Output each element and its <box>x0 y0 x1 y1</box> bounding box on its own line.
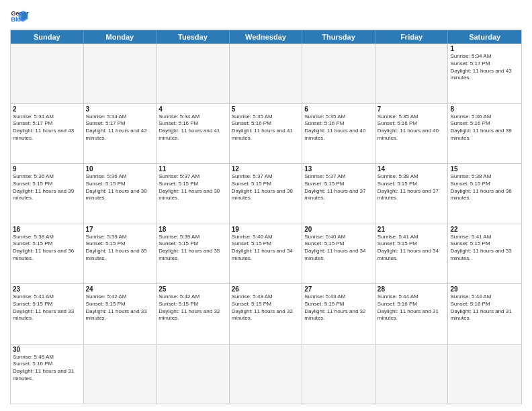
calendar-cell-r0c5 <box>375 44 449 103</box>
date-number: 15 <box>450 165 519 173</box>
calendar-cell-r1c5: 7Sunrise: 5:35 AM Sunset: 5:16 PM Daylig… <box>375 104 449 164</box>
date-number: 23 <box>13 285 81 293</box>
day-name-thursday: Thursday <box>302 30 375 44</box>
date-number: 10 <box>86 165 154 173</box>
cell-info: Sunrise: 5:37 AM Sunset: 5:15 PM Dayligh… <box>304 173 373 202</box>
date-number: 18 <box>159 226 227 233</box>
date-number: 6 <box>304 105 373 113</box>
calendar-cell-r4c1: 24Sunrise: 5:42 AM Sunset: 5:15 PM Dayli… <box>84 284 157 344</box>
day-name-sunday: Sunday <box>11 30 84 44</box>
calendar-cell-r5c5 <box>375 345 449 404</box>
cell-info: Sunrise: 5:40 AM Sunset: 5:15 PM Dayligh… <box>232 234 300 263</box>
cell-info: Sunrise: 5:35 AM Sunset: 5:16 PM Dayligh… <box>232 113 300 142</box>
cell-info: Sunrise: 5:41 AM Sunset: 5:15 PM Dayligh… <box>378 234 446 263</box>
calendar-header: SundayMondayTuesdayWednesdayThursdayFrid… <box>11 30 521 44</box>
day-name-monday: Monday <box>84 30 157 44</box>
calendar-row-2: 9Sunrise: 5:36 AM Sunset: 5:15 PM Daylig… <box>11 164 521 224</box>
cell-info: Sunrise: 5:45 AM Sunset: 5:16 PM Dayligh… <box>13 354 81 383</box>
calendar-cell-r0c1 <box>84 44 157 103</box>
cell-info: Sunrise: 5:44 AM Sunset: 5:16 PM Dayligh… <box>378 293 446 322</box>
date-number: 11 <box>159 165 227 173</box>
calendar-cell-r3c5: 21Sunrise: 5:41 AM Sunset: 5:15 PM Dayli… <box>375 224 449 284</box>
date-number: 30 <box>13 346 81 353</box>
calendar-cell-r0c2 <box>157 44 230 103</box>
calendar-cell-r2c6: 15Sunrise: 5:38 AM Sunset: 5:15 PM Dayli… <box>448 164 521 224</box>
cell-info: Sunrise: 5:34 AM Sunset: 5:17 PM Dayligh… <box>86 113 154 142</box>
calendar-cell-r4c5: 28Sunrise: 5:44 AM Sunset: 5:16 PM Dayli… <box>375 284 449 344</box>
date-number: 1 <box>450 45 519 52</box>
calendar-cell-r0c3 <box>230 44 303 103</box>
cell-info: Sunrise: 5:41 AM Sunset: 5:15 PM Dayligh… <box>450 234 519 263</box>
day-name-tuesday: Tuesday <box>157 30 230 44</box>
date-number: 24 <box>86 285 154 293</box>
calendar-cell-r0c0 <box>11 44 84 103</box>
calendar-cell-r3c1: 17Sunrise: 5:39 AM Sunset: 5:15 PM Dayli… <box>84 224 157 284</box>
date-number: 17 <box>86 226 154 233</box>
cell-info: Sunrise: 5:36 AM Sunset: 5:15 PM Dayligh… <box>86 173 154 202</box>
cell-info: Sunrise: 5:43 AM Sunset: 5:15 PM Dayligh… <box>304 293 373 322</box>
header: General Blue <box>10 7 522 26</box>
logo: General Blue <box>10 7 32 26</box>
calendar-cell-r2c2: 11Sunrise: 5:37 AM Sunset: 5:15 PM Dayli… <box>157 164 230 224</box>
date-number: 14 <box>378 165 446 173</box>
page: General Blue SundayMondayTuesdayWednesda… <box>0 0 532 411</box>
calendar-cell-r3c3: 19Sunrise: 5:40 AM Sunset: 5:15 PM Dayli… <box>230 224 303 284</box>
calendar-cell-r4c4: 27Sunrise: 5:43 AM Sunset: 5:15 PM Dayli… <box>302 284 375 344</box>
cell-info: Sunrise: 5:34 AM Sunset: 5:16 PM Dayligh… <box>159 113 227 142</box>
date-number: 8 <box>450 105 519 113</box>
date-number: 13 <box>304 165 373 173</box>
cell-info: Sunrise: 5:34 AM Sunset: 5:17 PM Dayligh… <box>13 113 81 142</box>
day-name-saturday: Saturday <box>448 30 521 44</box>
calendar-row-0: 1Sunrise: 5:34 AM Sunset: 5:17 PM Daylig… <box>11 44 521 104</box>
calendar-cell-r5c4 <box>302 345 375 404</box>
cell-info: Sunrise: 5:37 AM Sunset: 5:15 PM Dayligh… <box>232 173 300 202</box>
calendar-cell-r5c1 <box>84 345 157 404</box>
cell-info: Sunrise: 5:41 AM Sunset: 5:15 PM Dayligh… <box>13 293 81 322</box>
calendar-body: 1Sunrise: 5:34 AM Sunset: 5:17 PM Daylig… <box>11 44 521 404</box>
cell-info: Sunrise: 5:36 AM Sunset: 5:15 PM Dayligh… <box>13 173 81 202</box>
calendar-cell-r1c6: 8Sunrise: 5:36 AM Sunset: 5:16 PM Daylig… <box>448 104 521 164</box>
calendar-cell-r1c2: 4Sunrise: 5:34 AM Sunset: 5:16 PM Daylig… <box>157 104 230 164</box>
date-number: 2 <box>13 105 81 113</box>
calendar-cell-r5c6 <box>448 345 521 404</box>
calendar-cell-r5c2 <box>157 345 230 404</box>
calendar-cell-r5c0: 30Sunrise: 5:45 AM Sunset: 5:16 PM Dayli… <box>11 345 84 404</box>
cell-info: Sunrise: 5:44 AM Sunset: 5:16 PM Dayligh… <box>450 293 519 322</box>
calendar-cell-r1c0: 2Sunrise: 5:34 AM Sunset: 5:17 PM Daylig… <box>11 104 84 164</box>
calendar-cell-r1c4: 6Sunrise: 5:35 AM Sunset: 5:16 PM Daylig… <box>302 104 375 164</box>
date-number: 26 <box>232 285 300 293</box>
day-name-friday: Friday <box>375 30 449 44</box>
date-number: 9 <box>13 165 81 173</box>
cell-info: Sunrise: 5:39 AM Sunset: 5:15 PM Dayligh… <box>86 234 154 263</box>
calendar-row-3: 16Sunrise: 5:38 AM Sunset: 5:15 PM Dayli… <box>11 224 521 285</box>
calendar-cell-r4c2: 25Sunrise: 5:42 AM Sunset: 5:15 PM Dayli… <box>157 284 230 344</box>
calendar-cell-r1c1: 3Sunrise: 5:34 AM Sunset: 5:17 PM Daylig… <box>84 104 157 164</box>
cell-info: Sunrise: 5:38 AM Sunset: 5:15 PM Dayligh… <box>378 173 446 202</box>
date-number: 7 <box>378 105 446 113</box>
cell-info: Sunrise: 5:43 AM Sunset: 5:15 PM Dayligh… <box>232 293 300 322</box>
calendar-cell-r2c4: 13Sunrise: 5:37 AM Sunset: 5:15 PM Dayli… <box>302 164 375 224</box>
date-number: 21 <box>378 226 446 233</box>
date-number: 16 <box>13 226 81 233</box>
calendar-cell-r3c2: 18Sunrise: 5:39 AM Sunset: 5:15 PM Dayli… <box>157 224 230 284</box>
cell-info: Sunrise: 5:38 AM Sunset: 5:15 PM Dayligh… <box>13 234 81 263</box>
calendar-cell-r4c0: 23Sunrise: 5:41 AM Sunset: 5:15 PM Dayli… <box>11 284 84 344</box>
calendar-cell-r4c6: 29Sunrise: 5:44 AM Sunset: 5:16 PM Dayli… <box>448 284 521 344</box>
calendar-row-4: 23Sunrise: 5:41 AM Sunset: 5:15 PM Dayli… <box>11 284 521 345</box>
calendar-cell-r3c4: 20Sunrise: 5:40 AM Sunset: 5:15 PM Dayli… <box>302 224 375 284</box>
calendar-cell-r3c6: 22Sunrise: 5:41 AM Sunset: 5:15 PM Dayli… <box>448 224 521 284</box>
calendar-row-1: 2Sunrise: 5:34 AM Sunset: 5:17 PM Daylig… <box>11 104 521 165</box>
cell-info: Sunrise: 5:42 AM Sunset: 5:15 PM Dayligh… <box>159 293 227 322</box>
cell-info: Sunrise: 5:38 AM Sunset: 5:15 PM Dayligh… <box>450 173 519 202</box>
cell-info: Sunrise: 5:35 AM Sunset: 5:16 PM Dayligh… <box>378 113 446 142</box>
date-number: 5 <box>232 105 300 113</box>
date-number: 4 <box>159 105 227 113</box>
logo-icon: General Blue <box>10 7 29 26</box>
date-number: 19 <box>232 226 300 233</box>
cell-info: Sunrise: 5:36 AM Sunset: 5:16 PM Dayligh… <box>450 113 519 142</box>
calendar-cell-r0c6: 1Sunrise: 5:34 AM Sunset: 5:17 PM Daylig… <box>448 44 521 103</box>
calendar-cell-r2c5: 14Sunrise: 5:38 AM Sunset: 5:15 PM Dayli… <box>375 164 449 224</box>
cell-info: Sunrise: 5:39 AM Sunset: 5:15 PM Dayligh… <box>159 234 227 263</box>
date-number: 25 <box>159 285 227 293</box>
calendar-cell-r2c1: 10Sunrise: 5:36 AM Sunset: 5:15 PM Dayli… <box>84 164 157 224</box>
